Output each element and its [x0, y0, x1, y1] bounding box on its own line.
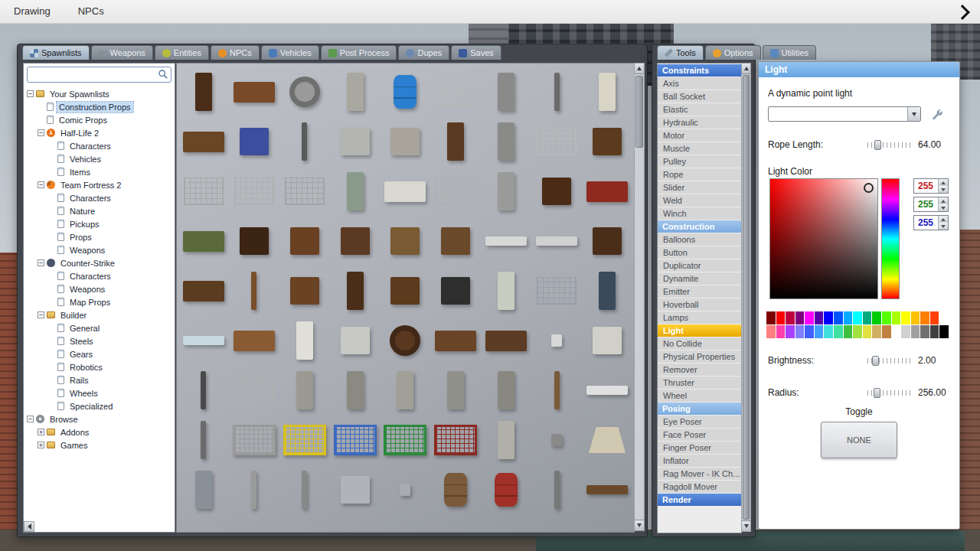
- prop-cage-yellow[interactable]: [279, 416, 330, 464]
- prop-blue-chair[interactable]: [229, 118, 279, 165]
- prop-tombstone-5[interactable]: [481, 367, 531, 414]
- prop-wooden-bench[interactable]: [178, 118, 229, 165]
- tool-balloons[interactable]: Balloons: [658, 233, 741, 246]
- tool-slider[interactable]: Slider: [658, 181, 741, 194]
- tool-button[interactable]: Button: [658, 246, 741, 259]
- prop-oil-drum[interactable]: [430, 466, 481, 514]
- tool-rope[interactable]: Rope: [658, 168, 741, 181]
- color-swatch[interactable]: [863, 311, 872, 324]
- scroll-down-button[interactable]: [635, 520, 644, 530]
- tree-item-counter-strike[interactable]: −Counter-Strike: [24, 256, 175, 269]
- prop-wood-chair-2[interactable]: [531, 168, 582, 215]
- tool-hoverball[interactable]: Hoverball: [658, 298, 741, 311]
- scroll-down-button[interactable]: [742, 520, 750, 531]
- prop-barrier[interactable]: [330, 118, 381, 165]
- tool-emitter[interactable]: Emitter: [658, 285, 741, 298]
- prop-fridge[interactable]: [481, 267, 531, 315]
- spin-down-icon[interactable]: [939, 186, 948, 193]
- prop-wire-fence-2[interactable]: [279, 168, 330, 215]
- prop-wood-crate[interactable]: [381, 217, 431, 265]
- prop-tombstone-3[interactable]: [381, 367, 431, 414]
- collapse-icon[interactable]: −: [38, 311, 44, 318]
- prop-white-panel[interactable]: [582, 367, 632, 414]
- tree-item-characters[interactable]: Characters: [24, 191, 175, 204]
- tool-weld[interactable]: Weld: [658, 194, 741, 207]
- prop-red-couch[interactable]: [582, 168, 632, 215]
- tab-npcs[interactable]: NPCs: [211, 45, 260, 60]
- prop-green-couch[interactable]: [178, 217, 229, 265]
- tool-lamps[interactable]: Lamps: [658, 311, 741, 324]
- color-swatch[interactable]: [805, 325, 814, 338]
- prop-bed-frame[interactable]: [531, 118, 582, 165]
- tree-item-rails[interactable]: Rails: [24, 373, 175, 386]
- spinner[interactable]: [938, 216, 948, 230]
- tree-item-characters[interactable]: Characters: [24, 269, 175, 282]
- prop-metal-cabinet[interactable]: [330, 317, 381, 364]
- prop-cage-red[interactable]: [430, 416, 481, 464]
- prop-bunk-frame[interactable]: [430, 168, 481, 215]
- color-picker-area[interactable]: [769, 178, 878, 299]
- tree-item-wheels[interactable]: Wheels: [24, 386, 175, 399]
- collapse-icon[interactable]: −: [27, 90, 34, 97]
- prop-wood-crate-2[interactable]: [430, 217, 481, 265]
- prop-cage-gray[interactable]: [229, 416, 279, 464]
- scrollbar-thumb[interactable]: [743, 75, 750, 520]
- prop-metal-door[interactable]: [330, 68, 381, 116]
- prop-metal-shelf[interactable]: [381, 118, 431, 165]
- color-swatch[interactable]: [853, 311, 862, 324]
- tool-category-render[interactable]: Render: [658, 494, 741, 506]
- collapse-icon[interactable]: −: [38, 259, 44, 266]
- prop-u-pipe[interactable]: [330, 466, 381, 514]
- prop-barstool[interactable]: [178, 68, 229, 116]
- tool-light[interactable]: Light: [658, 324, 741, 337]
- prop-sink[interactable]: [279, 317, 330, 364]
- radius-slider[interactable]: [867, 388, 912, 398]
- hue-bar[interactable]: [881, 178, 900, 299]
- search-input[interactable]: [27, 67, 172, 83]
- tab-entities[interactable]: Entities: [155, 45, 209, 60]
- prop-dark-door[interactable]: [430, 118, 481, 165]
- rgb-field-g[interactable]: 255: [913, 197, 949, 212]
- color-swatch[interactable]: [834, 311, 843, 324]
- color-swatch[interactable]: [786, 311, 795, 324]
- spin-down-icon[interactable]: [939, 223, 948, 230]
- tool-face-poser[interactable]: Face Poser: [658, 429, 741, 441]
- prop-wood-cabinet[interactable]: [330, 267, 381, 315]
- slider-knob[interactable]: [874, 140, 881, 150]
- color-swatch[interactable]: [766, 325, 776, 338]
- color-swatch[interactable]: [795, 311, 805, 324]
- tree-item-weapons[interactable]: Weapons: [24, 243, 175, 256]
- prop-dark-dresser[interactable]: [229, 217, 279, 265]
- spin-up-icon[interactable]: [939, 197, 948, 204]
- tab-utilities[interactable]: Utilities: [763, 45, 816, 60]
- color-swatch[interactable]: [882, 311, 891, 324]
- spin-up-icon[interactable]: [939, 216, 948, 223]
- tool-ball-socket[interactable]: Ball Socket: [658, 90, 741, 103]
- slider-knob[interactable]: [872, 356, 879, 366]
- tree-item-nature[interactable]: Nature: [24, 204, 175, 217]
- prop-canoe[interactable]: [229, 267, 279, 315]
- color-swatch[interactable]: [920, 325, 929, 338]
- collapse-icon[interactable]: −: [38, 129, 44, 136]
- tool-eye-poser[interactable]: Eye Poser: [658, 416, 741, 428]
- tab-options[interactable]: Options: [705, 45, 761, 60]
- collapse-icon[interactable]: −: [38, 181, 44, 188]
- tree-item-items[interactable]: Items: [24, 165, 175, 178]
- prop-grid-scrollbar[interactable]: [634, 63, 645, 531]
- tool-dynamite[interactable]: Dynamite: [658, 272, 741, 285]
- prop-bench-frame[interactable]: [229, 317, 279, 364]
- prop-wood-table[interactable]: [430, 317, 481, 364]
- tool-thruster[interactable]: Thruster: [658, 377, 741, 389]
- prop-pipe[interactable]: [531, 68, 582, 116]
- color-swatch[interactable]: [892, 325, 901, 338]
- prop-lampshade[interactable]: [582, 416, 632, 464]
- prop-yard-gate[interactable]: [229, 367, 279, 414]
- scroll-up-button[interactable]: [742, 64, 750, 74]
- color-swatch[interactable]: [939, 325, 949, 338]
- preset-config-button[interactable]: [929, 107, 946, 122]
- prop-dresser-2[interactable]: [582, 217, 632, 265]
- tool-no-collide[interactable]: No Collide: [658, 337, 741, 350]
- tree-item-team-fortress-2[interactable]: −Team Fortress 2: [24, 178, 175, 191]
- scrollbar-thumb[interactable]: [635, 76, 643, 148]
- spinner[interactable]: [938, 197, 948, 211]
